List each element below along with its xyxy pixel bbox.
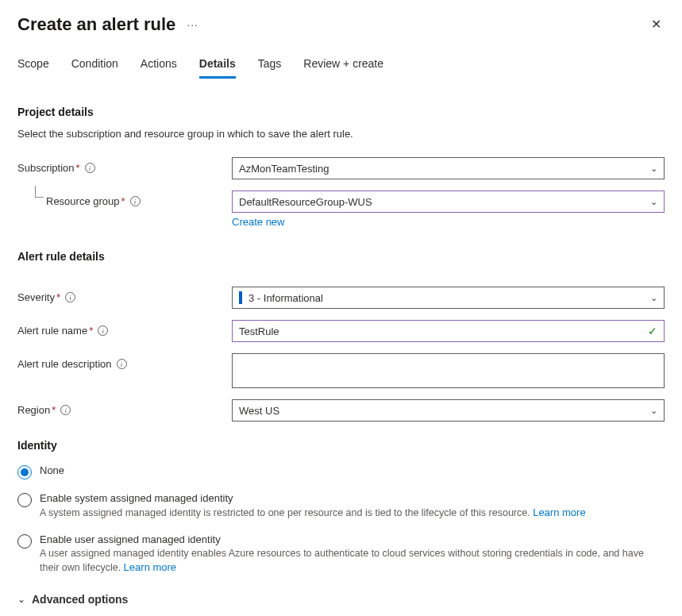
alert-rule-name-input[interactable]: TestRule ✓	[232, 320, 665, 342]
resource-group-dropdown[interactable]: DefaultResourceGroup-WUS ⌄	[232, 191, 665, 213]
chevron-down-icon: ⌄	[650, 406, 657, 416]
alert-rule-name-value: TestRule	[239, 325, 279, 337]
required-icon: *	[76, 162, 80, 174]
info-icon[interactable]: i	[60, 405, 71, 415]
subscription-label-col: Subscription * i	[17, 157, 232, 174]
info-icon[interactable]: i	[117, 359, 127, 369]
resource-group-value: DefaultResourceGroup-WUS	[239, 196, 372, 208]
subscription-row: Subscription * i AzMonTeamTesting ⌄	[17, 157, 665, 179]
info-icon[interactable]: i	[130, 196, 141, 206]
tabs: Scope Condition Actions Details Tags Rev…	[17, 57, 665, 79]
alert-rule-description-row: Alert rule description i	[17, 353, 665, 388]
radio-icon[interactable]	[17, 465, 32, 479]
learn-more-link[interactable]: Learn more	[533, 506, 585, 518]
page-title: Create an alert rule	[17, 14, 175, 35]
subscription-dropdown[interactable]: AzMonTeamTesting ⌄	[232, 157, 665, 179]
check-icon: ✓	[648, 325, 657, 337]
region-label-col: Region * i	[17, 399, 232, 416]
identity-none-label: None	[40, 464, 665, 476]
radio-icon[interactable]	[17, 534, 32, 549]
subscription-value: AzMonTeamTesting	[239, 163, 329, 175]
chevron-down-icon: ⌄	[650, 197, 657, 207]
project-details-heading: Project details	[17, 106, 665, 118]
alert-rule-name-label: Alert rule name	[17, 325, 87, 337]
alert-rule-description-label: Alert rule description	[17, 358, 112, 370]
learn-more-link[interactable]: Learn more	[124, 561, 176, 573]
alert-rule-description-input[interactable]	[232, 353, 665, 388]
alert-rule-details-section: Alert rule details Severity * i 3 - Info…	[17, 250, 665, 422]
identity-option-user[interactable]: Enable user assigned managed identity A …	[17, 533, 665, 576]
info-icon[interactable]: i	[85, 163, 95, 173]
severity-label: Severity	[17, 291, 55, 303]
required-icon: *	[121, 195, 125, 207]
identity-section: Identity None Enable system assigned man…	[17, 439, 665, 606]
tab-review-create[interactable]: Review + create	[303, 57, 383, 79]
identity-heading: Identity	[17, 439, 665, 452]
close-icon[interactable]: ✕	[648, 15, 665, 34]
resource-group-label-col: Resource group * i	[17, 191, 232, 207]
alert-rule-description-label-col: Alert rule description i	[17, 353, 232, 370]
identity-option-none[interactable]: None	[17, 464, 665, 479]
chevron-down-icon: ⌄	[650, 293, 657, 303]
project-details-section: Project details Select the subscription …	[17, 106, 665, 228]
tab-scope[interactable]: Scope	[17, 57, 49, 79]
tab-actions[interactable]: Actions	[141, 57, 177, 79]
identity-user-desc: A user assigned managed identity enables…	[40, 547, 665, 576]
project-details-help: Select the subscription and resource gro…	[17, 128, 665, 140]
severity-dropdown[interactable]: 3 - Informational ⌄	[232, 287, 665, 309]
more-icon[interactable]: ···	[187, 18, 198, 31]
alert-rule-details-heading: Alert rule details	[17, 250, 665, 263]
identity-user-label: Enable user assigned managed identity	[40, 533, 665, 545]
page-header: Create an alert rule ··· ✕	[17, 14, 665, 35]
required-icon: *	[52, 404, 56, 416]
severity-value: 3 - Informational	[249, 292, 323, 304]
chevron-down-icon: ⌄	[17, 594, 25, 605]
radio-icon[interactable]	[17, 493, 32, 507]
severity-label-col: Severity * i	[17, 287, 232, 303]
header-left: Create an alert rule ···	[17, 14, 198, 35]
alert-rule-name-label-col: Alert rule name * i	[17, 320, 232, 337]
alert-rule-name-row: Alert rule name * i TestRule ✓	[17, 320, 665, 342]
identity-system-label: Enable system assigned managed identity	[40, 492, 665, 504]
region-dropdown[interactable]: West US ⌄	[232, 399, 665, 422]
region-label: Region	[17, 404, 50, 416]
required-icon: *	[89, 325, 93, 337]
chevron-down-icon: ⌄	[650, 164, 657, 174]
advanced-options-label: Advanced options	[32, 593, 128, 606]
advanced-options-toggle[interactable]: ⌄ Advanced options	[17, 593, 665, 606]
resource-group-row: Resource group * i DefaultResourceGroup-…	[17, 191, 665, 213]
subscription-label: Subscription	[17, 162, 75, 174]
create-new-link[interactable]: Create new	[232, 216, 284, 228]
required-icon: *	[56, 291, 60, 303]
info-icon[interactable]: i	[98, 325, 108, 336]
info-icon[interactable]: i	[65, 292, 75, 302]
severity-color-bar	[239, 291, 242, 304]
identity-radio-group: None Enable system assigned managed iden…	[17, 464, 665, 576]
tab-condition[interactable]: Condition	[71, 57, 118, 79]
severity-row: Severity * i 3 - Informational ⌄	[17, 287, 665, 309]
identity-option-system[interactable]: Enable system assigned managed identity …	[17, 492, 665, 521]
tab-tags[interactable]: Tags	[258, 57, 282, 79]
identity-system-desc-text: A system assigned managed identity is re…	[40, 507, 533, 518]
region-row: Region * i West US ⌄	[17, 399, 665, 422]
tab-details[interactable]: Details	[199, 57, 236, 79]
identity-system-desc: A system assigned managed identity is re…	[40, 506, 665, 521]
resource-group-label: Resource group	[46, 195, 120, 207]
region-value: West US	[239, 405, 279, 417]
